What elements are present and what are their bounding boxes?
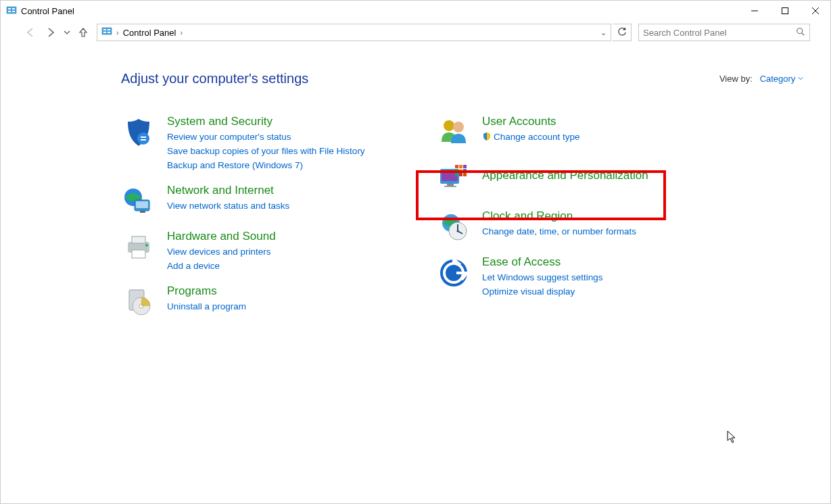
category-link[interactable]: Change account type xyxy=(482,130,734,145)
search-input[interactable] xyxy=(643,28,796,38)
up-button[interactable] xyxy=(74,23,93,42)
svg-line-15 xyxy=(802,32,805,35)
svg-rect-34 xyxy=(447,184,454,186)
window: Control Panel xyxy=(0,0,831,504)
category-clock-and-region: Clock and Region Change date, time, or n… xyxy=(436,209,734,245)
category-link[interactable]: Uninstall a program xyxy=(167,300,419,314)
address-icon xyxy=(101,26,112,39)
back-button[interactable] xyxy=(21,23,40,42)
page-title: Adjust your computer's settings xyxy=(121,71,308,86)
svg-rect-10 xyxy=(103,29,106,30)
svg-rect-1 xyxy=(8,8,11,9)
category-link[interactable]: View devices and printers xyxy=(167,245,419,259)
svg-rect-4 xyxy=(12,11,15,12)
svg-point-49 xyxy=(456,230,458,232)
cursor-icon xyxy=(727,430,738,444)
category-title[interactable]: Hardware and Sound xyxy=(167,230,419,243)
category-programs: Programs Uninstall a program xyxy=(121,284,419,320)
globe-monitor-icon xyxy=(121,184,156,219)
category-link[interactable]: Review your computer's status xyxy=(167,130,419,145)
monitor-colors-icon xyxy=(436,161,471,196)
svg-rect-41 xyxy=(463,169,467,172)
printer-icon xyxy=(121,230,156,265)
category-title[interactable]: Appearance and Personalization xyxy=(482,169,734,182)
category-title[interactable]: Network and Internet xyxy=(167,184,419,197)
svg-rect-18 xyxy=(141,139,146,141)
recent-locations-button[interactable] xyxy=(62,23,72,42)
view-by: View by: Category xyxy=(719,74,803,84)
control-panel-icon xyxy=(6,5,17,16)
breadcrumb[interactable]: Control Panel xyxy=(123,28,176,38)
content-header: Adjust your computer's settings View by:… xyxy=(121,71,803,86)
svg-rect-6 xyxy=(782,8,788,14)
categories: System and Security Review your computer… xyxy=(121,115,803,330)
category-title[interactable]: System and Security xyxy=(167,115,419,128)
svg-rect-3 xyxy=(8,11,11,12)
people-icon xyxy=(436,115,471,150)
category-link[interactable]: Add a device xyxy=(167,259,419,274)
clock-globe-icon xyxy=(436,209,471,245)
window-controls xyxy=(739,1,830,21)
category-network-and-internet: Network and Internet View network status… xyxy=(121,184,419,219)
category-hardware-and-sound: Hardware and Sound View devices and prin… xyxy=(121,230,419,274)
uac-shield-icon xyxy=(482,132,492,141)
category-link[interactable]: Let Windows suggest settings xyxy=(482,271,734,285)
category-column-left: System and Security Review your computer… xyxy=(121,115,419,330)
chevron-right-icon[interactable]: › xyxy=(180,28,183,36)
svg-rect-35 xyxy=(444,186,456,187)
svg-rect-9 xyxy=(102,28,112,34)
ease-of-access-icon xyxy=(436,255,471,291)
view-by-label: View by: xyxy=(719,74,753,84)
address-dropdown-icon[interactable]: ⌄ xyxy=(600,28,607,37)
svg-point-14 xyxy=(797,28,803,33)
category-title[interactable]: Programs xyxy=(167,284,419,298)
svg-rect-2 xyxy=(12,8,15,9)
shield-icon xyxy=(121,115,156,150)
svg-rect-37 xyxy=(459,165,462,168)
category-link[interactable]: Backup and Restore (Windows 7) xyxy=(167,159,419,173)
close-button[interactable] xyxy=(800,1,830,21)
svg-rect-13 xyxy=(108,32,110,33)
svg-point-31 xyxy=(453,122,464,132)
view-by-dropdown[interactable]: Category xyxy=(760,74,803,84)
address-bar[interactable]: › Control Panel › ⌄ xyxy=(97,24,611,41)
svg-rect-22 xyxy=(140,211,145,213)
category-ease-of-access: Ease of Access Let Windows suggest setti… xyxy=(436,255,734,299)
nav-toolbar: › Control Panel › ⌄ xyxy=(1,21,830,44)
title-bar: Control Panel xyxy=(1,1,830,21)
svg-rect-38 xyxy=(463,165,467,168)
minimize-button[interactable] xyxy=(739,1,769,21)
svg-rect-25 xyxy=(132,250,145,258)
category-link[interactable]: Optimize visual display xyxy=(482,285,734,299)
category-title[interactable]: User Accounts xyxy=(482,115,734,128)
category-link[interactable]: Change date, time, or number formats xyxy=(482,225,734,239)
category-title[interactable]: Clock and Region xyxy=(482,209,734,223)
category-user-accounts: User Accounts Change account type xyxy=(436,115,734,150)
maximize-button[interactable] xyxy=(769,1,800,21)
chevron-right-icon[interactable]: › xyxy=(116,28,119,36)
svg-point-26 xyxy=(145,244,148,247)
forward-button[interactable] xyxy=(41,23,60,42)
svg-rect-17 xyxy=(141,136,146,138)
svg-rect-36 xyxy=(455,165,458,168)
svg-rect-0 xyxy=(7,7,16,14)
svg-rect-11 xyxy=(108,29,110,30)
search-box[interactable] xyxy=(638,24,810,41)
svg-point-16 xyxy=(137,132,149,145)
window-title: Control Panel xyxy=(21,6,74,16)
svg-rect-39 xyxy=(455,169,458,172)
category-appearance-and-personalization: Appearance and Personalization xyxy=(436,161,734,196)
svg-rect-12 xyxy=(103,32,106,33)
refresh-button[interactable] xyxy=(613,24,632,41)
category-link[interactable]: Save backup copies of your files with Fi… xyxy=(167,145,419,159)
category-link[interactable]: View network status and tasks xyxy=(167,199,419,213)
svg-point-30 xyxy=(444,120,454,131)
search-icon[interactable] xyxy=(796,27,805,39)
category-column-right: User Accounts Change account type xyxy=(436,115,734,330)
disc-box-icon xyxy=(121,284,156,320)
category-system-and-security: System and Security Review your computer… xyxy=(121,115,419,173)
svg-rect-43 xyxy=(459,173,462,176)
category-title[interactable]: Ease of Access xyxy=(482,255,734,269)
svg-rect-21 xyxy=(136,201,148,208)
content-area: Adjust your computer's settings View by:… xyxy=(1,44,830,330)
